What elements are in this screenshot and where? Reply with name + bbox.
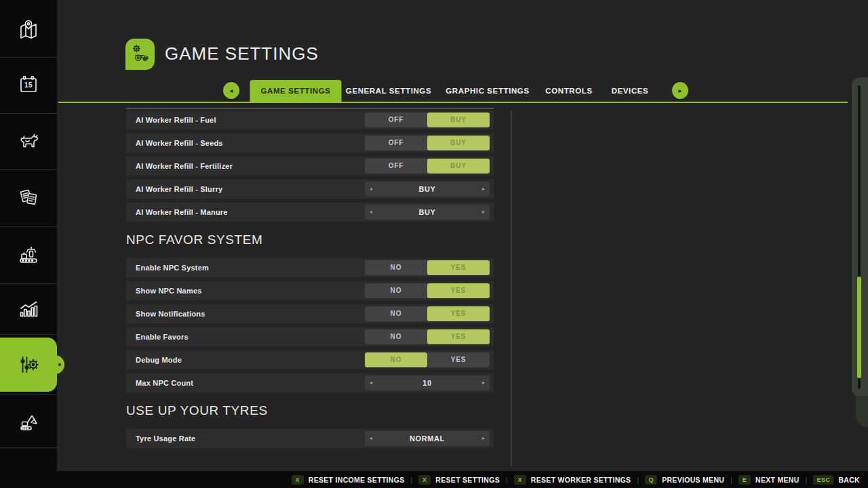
construction-icon (16, 409, 41, 434)
tab-general-settings[interactable]: GENERAL SETTINGS (346, 80, 431, 102)
setting-control: ◂BUY▸ (365, 205, 490, 220)
setting-label: Enable NPC System (126, 264, 209, 272)
setting-row-max-npc-count: Max NPC Count◂10▸ (126, 373, 494, 392)
setting-control: NOYES (365, 352, 490, 367)
toggle-option-buy[interactable]: BUY (427, 136, 490, 150)
setting-label: Show Notifications (126, 310, 205, 318)
selector-next-icon[interactable]: ▸ (482, 205, 485, 220)
hotbar-previous-menu[interactable]: QPREVIOUS MENU (645, 475, 724, 485)
hotbar-label: BACK (838, 476, 860, 484)
selector-next-icon[interactable]: ▸ (482, 431, 485, 446)
selector-prev-icon[interactable]: ◂ (370, 375, 372, 390)
tractor-icon (130, 42, 151, 66)
hotbar-label: PREVIOUS MENU (662, 476, 724, 484)
toggle-option-yes[interactable]: YES (427, 329, 490, 344)
tab-devices[interactable]: DEVICES (612, 80, 649, 102)
toggle-option-no[interactable]: NO (365, 329, 427, 344)
arrow-left-icon: ◂ (229, 87, 233, 94)
toggle-option-no[interactable]: NO (365, 260, 427, 275)
setting-label: Enable Favors (126, 333, 189, 341)
toggle-option-yes[interactable]: YES (427, 260, 490, 275)
key-badge-x: X (514, 475, 526, 485)
game-settings-badge (125, 39, 155, 70)
hotbar-reset-settings[interactable]: XRESET SETTINGS (418, 475, 500, 485)
toggle-option-yes[interactable]: YES (427, 306, 490, 321)
tab-game-settings[interactable]: GAME SETTINGS (250, 80, 341, 102)
tabs-next-button[interactable]: ▸ (672, 82, 688, 99)
hotbar-label: NEXT MENU (755, 476, 800, 484)
toggle-option-buy[interactable]: BUY (427, 159, 490, 174)
selected-notch-dot (58, 363, 61, 366)
selector-value: NORMAL (365, 431, 490, 446)
sidebar-item-calendar[interactable]: 15 (0, 58, 57, 111)
sidebar-item-map[interactable] (0, 7, 57, 54)
selector-value: 10 (365, 375, 490, 390)
selector-prev-icon[interactable]: ◂ (370, 431, 372, 446)
setting-control: NOYES (365, 329, 490, 344)
setting-row-show-npc-names: Show NPC NamesNOYES (126, 281, 494, 300)
selector-prev-icon[interactable]: ◂ (370, 182, 372, 197)
calendar-day-label: 15 (16, 81, 41, 89)
selector-next-icon[interactable]: ▸ (482, 375, 485, 390)
sidebar-item-statistics[interactable] (0, 285, 57, 333)
key-badge-q: Q (645, 475, 657, 485)
tab-graphic-settings[interactable]: GRAPHIC SETTINGS (446, 80, 529, 102)
hotbar-label: RESET INCOME SETTINGS (309, 476, 405, 484)
sidebar-separator (0, 226, 57, 227)
sidebar-item-production[interactable] (0, 228, 57, 282)
arrow-right-icon: ▸ (678, 87, 682, 94)
sidebar-item-contracts[interactable] (0, 171, 57, 225)
sidebar-item-construction[interactable] (0, 397, 57, 446)
sidebar-item-animals[interactable] (0, 114, 57, 168)
setting-row-enable-npc-system: Enable NPC SystemNOYES (126, 258, 494, 277)
hotbar-reset-worker-settings[interactable]: XRESET WORKER SETTINGS (514, 475, 631, 485)
hotbar-back[interactable]: ESCBACK (813, 475, 860, 485)
contracts-icon (16, 186, 41, 210)
hotbar-next-menu[interactable]: ENEXT MENU (738, 475, 800, 485)
setting-label: AI Worker Refill - Fertilizer (126, 162, 233, 170)
section-title-npc-favor-system: NPC FAVOR SYSTEM (126, 232, 494, 247)
toggle-option-no[interactable]: NO (365, 352, 427, 367)
sidebar-item-settings[interactable] (0, 338, 57, 392)
page-scrollbar (852, 77, 868, 397)
settings-icon (16, 352, 41, 377)
tab-controls[interactable]: CONTROLS (545, 80, 592, 102)
setting-label: Show NPC Names (126, 287, 202, 295)
toggle-option-off[interactable]: OFF (365, 113, 427, 127)
value-selector: ◂10▸ (365, 375, 490, 390)
page-scrollbar-thumb[interactable] (857, 277, 861, 378)
sidebar: 15 (0, 0, 57, 488)
setting-row-enable-favors: Enable FavorsNOYES (126, 327, 494, 346)
tabs-previous-button[interactable]: ◂ (223, 82, 239, 99)
sidebar-separator (0, 169, 57, 170)
tab-underline (58, 102, 848, 103)
setting-label: Debug Mode (126, 356, 182, 364)
toggle-option-off[interactable]: OFF (365, 136, 427, 150)
setting-row-tyre-usage-rate: Tyre Usage Rate◂NORMAL▸ (126, 429, 494, 448)
toggle-option-off[interactable]: OFF (365, 159, 427, 174)
toggle-option-no[interactable]: NO (365, 283, 427, 298)
toggle-option-yes[interactable]: YES (427, 352, 490, 367)
hotbar-reset-income-settings[interactable]: XRESET INCOME SETTINGS (292, 475, 405, 485)
hotbar-separator: | (410, 476, 412, 484)
setting-row-ai-worker-refill-manure: AI Worker Refill - Manure◂BUY▸ (126, 203, 494, 222)
sidebar-separator (0, 334, 57, 335)
list-scrollbar-track[interactable] (511, 110, 512, 466)
calendar-icon: 15 (16, 73, 41, 97)
setting-control: OFFBUY (365, 136, 490, 150)
hotbar-label: RESET WORKER SETTINGS (531, 476, 631, 484)
setting-control: NOYES (365, 283, 490, 298)
toggle-option-yes[interactable]: YES (427, 283, 490, 298)
animals-icon (16, 129, 41, 153)
toggle-option-no[interactable]: NO (365, 306, 427, 321)
toggle-option-buy[interactable]: BUY (427, 113, 490, 127)
selector-next-icon[interactable]: ▸ (482, 182, 485, 197)
selector-prev-icon[interactable]: ◂ (370, 205, 372, 220)
hotbar-label: RESET SETTINGS (435, 476, 500, 484)
clipped-row-sliver (126, 108, 494, 109)
setting-control: ◂NORMAL▸ (365, 431, 490, 446)
hotbar-separator: | (806, 476, 808, 484)
setting-label: AI Worker Refill - Seeds (126, 139, 223, 147)
setting-row-ai-worker-refill-fuel: AI Worker Refill - FuelOFFBUY (126, 110, 494, 129)
hotbar-separator: | (506, 476, 508, 484)
